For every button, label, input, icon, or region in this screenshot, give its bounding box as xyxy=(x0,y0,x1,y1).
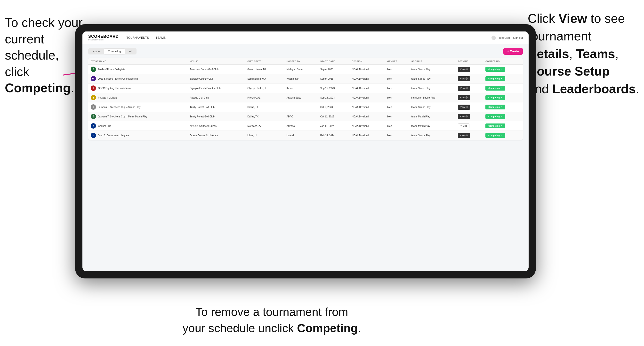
tab-all[interactable]: All xyxy=(125,49,136,54)
competing-button[interactable]: Competing ✓ xyxy=(486,67,505,72)
competing-button[interactable]: Competing ✓ xyxy=(486,124,505,128)
cell-division: NCAA Division I xyxy=(350,102,385,112)
team-logo: Y xyxy=(91,95,96,100)
cell-city-state: Olympia Fields, IL xyxy=(245,84,284,93)
cell-event-name: Y Papago Individual xyxy=(88,93,187,102)
cell-hosted-by: ABAC xyxy=(284,112,318,121)
col-gender: GENDER xyxy=(385,58,409,65)
view-button[interactable]: View ⓘ xyxy=(458,114,470,119)
competing-button[interactable]: Competing ✓ xyxy=(486,76,505,81)
cell-start-date: Oct 9, 2023 xyxy=(318,102,350,112)
cell-division: NCAA Division I xyxy=(350,84,385,93)
table-header: EVENT NAME VENUE CITY, STATE HOSTED BY S… xyxy=(88,58,523,65)
cell-division: NCAA Division I xyxy=(350,74,385,84)
cell-division: NCAA Division I xyxy=(350,112,385,121)
col-hosted-by: HOSTED BY xyxy=(284,58,318,65)
view-button[interactable]: View ⓘ xyxy=(458,86,470,91)
col-actions: ACTIONS xyxy=(455,58,483,65)
annotation-top-right: Click View to see tournament Details, Te… xyxy=(528,10,639,98)
table-row: J Jackson T. Stephens Cup – Men's Match … xyxy=(88,112,523,121)
tournaments-table: EVENT NAME VENUE CITY, STATE HOSTED BY S… xyxy=(88,58,523,140)
annotation-bottom: To remove a tournament from your schedul… xyxy=(182,304,361,336)
cell-scoring: team, Match Play xyxy=(409,112,455,121)
cell-scoring: team, Stroke Play xyxy=(409,74,455,84)
team-logo: J xyxy=(91,104,96,110)
cell-gender: Men xyxy=(385,65,409,74)
cell-event-name: I OFCC Fighting Illini Invitational xyxy=(88,84,187,93)
cell-division: NCAA Division I xyxy=(350,121,385,131)
cell-event-name: H John A. Burns Intercollegiate xyxy=(88,131,187,140)
cell-start-date: Sep 4, 2023 xyxy=(318,65,350,74)
cell-actions: View ⓘ xyxy=(455,131,483,140)
cell-venue: Trinity Forest Golf Club xyxy=(187,102,245,112)
cell-hosted-by: Michigan State xyxy=(284,65,318,74)
nav-user: Test User xyxy=(499,36,510,39)
cell-city-state: Lihue, HI xyxy=(245,131,284,140)
cell-event-name: W 2023 Sahalee Players Championship xyxy=(88,74,187,84)
cell-division: NCAA Division I xyxy=(350,93,385,102)
cell-actions: View ⓘ xyxy=(455,93,483,102)
competing-button[interactable]: Competing ✓ xyxy=(486,114,505,119)
competing-button[interactable]: Competing ✓ xyxy=(486,133,505,138)
create-button[interactable]: + Create xyxy=(503,48,523,55)
table-row: H John A. Burns Intercollegiate Ocean Co… xyxy=(88,131,523,140)
cell-actions: View ⓘ xyxy=(455,65,483,74)
cell-actions: ✏ Edit xyxy=(455,121,483,131)
cell-hosted-by xyxy=(284,102,318,112)
cell-hosted-by: Arizona xyxy=(284,121,318,131)
view-button[interactable]: View ⓘ xyxy=(458,95,470,100)
cell-competing: Competing ✓ xyxy=(483,112,523,121)
tablet: SCOREBOARD Powered by clippi TOURNAMENTS… xyxy=(75,24,536,278)
col-venue: VENUE xyxy=(187,58,245,65)
competing-button[interactable]: Competing ✓ xyxy=(486,105,505,109)
nav-tournaments[interactable]: TOURNAMENTS xyxy=(126,35,149,40)
cell-scoring: team, Stroke Play xyxy=(409,84,455,93)
competing-button[interactable]: Competing ✓ xyxy=(486,95,505,100)
cell-start-date: Sep 15, 2023 xyxy=(318,84,350,93)
cell-city-state: Dallas, TX xyxy=(245,102,284,112)
cell-gender: Men xyxy=(385,74,409,84)
scoreboard-logo: SCOREBOARD Powered by clippi xyxy=(88,34,119,41)
table-body: S Folds of Honor Collegiate American Dun… xyxy=(88,65,523,140)
cell-venue: Ak-Chin Southern Dunes xyxy=(187,121,245,131)
event-name-text: 2023 Sahalee Players Championship xyxy=(98,77,138,80)
table-row: J Jackson T. Stephens Cup – Stroke Play … xyxy=(88,102,523,112)
cell-gender: Men xyxy=(385,131,409,140)
cell-city-state: Grand Haven, MI xyxy=(245,65,284,74)
team-logo: S xyxy=(91,67,96,72)
table-row: I OFCC Fighting Illini Invitational Olym… xyxy=(88,84,523,93)
cell-hosted-by: Washington xyxy=(284,74,318,84)
tab-competing[interactable]: Competing xyxy=(104,49,125,54)
cell-actions: View ⓘ xyxy=(455,84,483,93)
event-name-text: Copper Cup xyxy=(98,125,111,127)
event-name-text: Papago Individual xyxy=(98,96,117,99)
cell-actions: View ⓘ xyxy=(455,102,483,112)
filter-tabs: Home Competing All xyxy=(88,48,136,54)
edit-button[interactable]: ✏ Edit xyxy=(458,124,470,128)
cell-venue: Trinity Forest Golf Club xyxy=(187,112,245,121)
cell-competing: Competing ✓ xyxy=(483,131,523,140)
event-name-text: Jackson T. Stephens Cup – Stroke Play xyxy=(98,106,140,109)
cell-gender: Men xyxy=(385,84,409,93)
table-row: W 2023 Sahalee Players Championship Saha… xyxy=(88,74,523,84)
cell-hosted-by: Arizona State xyxy=(284,93,318,102)
logo-text: SCOREBOARD xyxy=(88,34,119,39)
col-division: DIVISION xyxy=(350,58,385,65)
event-name-text: OFCC Fighting Illini Invitational xyxy=(98,87,131,90)
cell-hosted-by: Illinois xyxy=(284,84,318,93)
event-name-text: John A. Burns Intercollegiate xyxy=(98,134,129,137)
nav-teams[interactable]: TEAMS xyxy=(156,35,166,40)
cell-competing: Competing ✓ xyxy=(483,65,523,74)
nav-bar: SCOREBOARD Powered by clippi TOURNAMENTS… xyxy=(82,31,528,44)
cell-event-name: S Folds of Honor Collegiate xyxy=(88,65,187,74)
view-button[interactable]: View ⓘ xyxy=(458,67,470,72)
cell-start-date: Feb 15, 2024 xyxy=(318,131,350,140)
view-button[interactable]: View ⓘ xyxy=(458,133,470,138)
view-button[interactable]: View ⓘ xyxy=(458,105,470,110)
powered-by-text: Powered by clippi xyxy=(88,39,119,41)
tab-home[interactable]: Home xyxy=(89,49,104,54)
competing-button[interactable]: Competing ✓ xyxy=(486,86,505,91)
nav-sign-out[interactable]: Sign out xyxy=(513,36,523,39)
view-button[interactable]: View ⓘ xyxy=(458,76,470,81)
cell-city-state: Phoenix, AZ xyxy=(245,93,284,102)
